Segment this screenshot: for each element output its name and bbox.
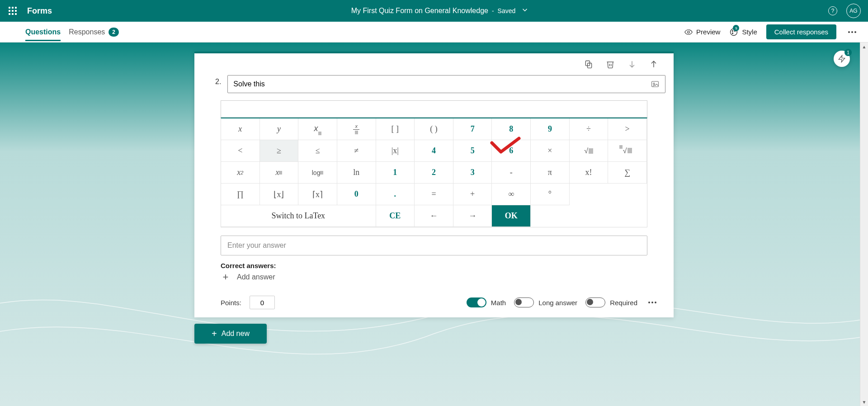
key-7[interactable]: 7 <box>453 118 492 140</box>
chevron-down-icon[interactable] <box>521 6 529 16</box>
key-5[interactable]: 5 <box>453 140 492 162</box>
key-ln[interactable]: ln <box>337 162 376 184</box>
switch-to-latex-button[interactable]: Switch to LaTex <box>221 205 376 227</box>
key-ok[interactable]: OK <box>492 205 531 227</box>
add-new-button[interactable]: + Add new <box>194 324 267 344</box>
preview-button[interactable]: Preview <box>684 28 720 36</box>
key-y[interactable]: y <box>260 118 299 140</box>
key-gte[interactable]: ≥ <box>260 140 299 162</box>
question-more-icon[interactable] <box>646 299 659 306</box>
scrollbar[interactable]: ▲ ▼ <box>860 42 868 406</box>
tab-questions[interactable]: Questions <box>25 24 61 41</box>
equation-display[interactable] <box>221 100 647 118</box>
question-text-input[interactable]: Solve this <box>227 75 665 93</box>
key-dot[interactable]: . <box>376 184 415 205</box>
app-launcher-icon[interactable] <box>5 4 20 18</box>
plus-icon: + <box>212 329 217 339</box>
key-left-arrow[interactable]: ← <box>415 205 453 227</box>
key-0[interactable]: 0 <box>337 184 376 205</box>
key-log[interactable]: log <box>298 162 337 184</box>
key-lte[interactable]: ≤ <box>298 140 337 162</box>
key-plus[interactable]: + <box>453 184 492 205</box>
collect-responses-button[interactable]: Collect responses <box>766 24 836 39</box>
svg-point-2 <box>732 30 733 31</box>
key-x[interactable]: x <box>221 118 260 140</box>
insert-media-icon[interactable] <box>651 80 660 89</box>
key-parens[interactable]: ( ) <box>415 118 453 140</box>
key-pi[interactable]: π <box>531 162 570 184</box>
key-sqrt[interactable]: √ <box>570 140 609 162</box>
math-toggle[interactable] <box>467 297 486 307</box>
key-infinity[interactable]: ∞ <box>492 184 531 205</box>
key-9[interactable]: 9 <box>531 118 570 140</box>
key-1[interactable]: 1 <box>376 162 415 184</box>
svg-point-4 <box>732 33 733 33</box>
math-toggle-label: Math <box>491 299 506 307</box>
tab-responses-wrap[interactable]: Responses 2 <box>69 24 119 41</box>
key-ce[interactable]: CE <box>376 205 415 227</box>
required-toggle-wrap: Required <box>585 297 637 307</box>
key-divide[interactable]: ÷ <box>570 118 609 140</box>
required-toggle[interactable] <box>585 297 605 307</box>
key-power[interactable]: x <box>260 162 299 184</box>
question-number: 2. <box>215 75 221 86</box>
key-abs[interactable]: |x| <box>376 140 415 162</box>
key-square[interactable]: x2 <box>221 162 260 184</box>
move-up-icon[interactable] <box>649 60 658 69</box>
key-2[interactable]: 2 <box>415 162 453 184</box>
points-label: Points: <box>221 299 241 307</box>
key-minus[interactable]: - <box>492 162 531 184</box>
key-multiply[interactable]: × <box>531 140 570 162</box>
question-card: 2. Solve this x y x x [ ] ( ) 7 8 <box>194 52 674 317</box>
key-right-arrow[interactable]: → <box>453 205 492 227</box>
key-brackets[interactable]: [ ] <box>376 118 415 140</box>
answer-input[interactable]: Enter your answer <box>221 236 647 255</box>
key-8[interactable]: 8 <box>492 118 531 140</box>
question-row: 2. Solve this <box>194 71 674 99</box>
delete-icon[interactable] <box>606 60 615 69</box>
scroll-down-icon[interactable]: ▼ <box>860 398 868 406</box>
scroll-up-icon[interactable]: ▲ <box>860 42 868 51</box>
style-badge: s <box>733 25 739 31</box>
key-factorial[interactable]: x! <box>570 162 609 184</box>
key-fraction[interactable]: x <box>337 118 376 140</box>
add-new-label: Add new <box>222 330 250 338</box>
avatar[interactable]: AG <box>846 4 861 18</box>
question-text: Solve this <box>233 80 264 88</box>
key-lt[interactable]: < <box>221 140 260 162</box>
key-subscript[interactable]: x <box>298 118 337 140</box>
key-sum[interactable]: ∑ <box>608 162 647 184</box>
math-keypad: x y x x [ ] ( ) 7 8 9 ÷ > < ≥ ≤ ≠ |x| <box>221 118 647 227</box>
key-6[interactable]: 6 <box>492 140 531 162</box>
tabs: Questions Responses 2 <box>25 24 119 41</box>
style-button[interactable]: s Style <box>729 28 757 37</box>
app-name[interactable]: Forms <box>27 6 52 16</box>
key-neq[interactable]: ≠ <box>337 140 376 162</box>
key-gt[interactable]: > <box>608 118 647 140</box>
move-down-icon[interactable] <box>627 60 637 69</box>
card-wrap: 2. Solve this x y x x [ ] ( ) 7 8 <box>194 42 674 344</box>
key-product[interactable]: ∏ <box>221 184 260 205</box>
key-3[interactable]: 3 <box>453 162 492 184</box>
add-answer-button[interactable]: + Add answer <box>221 272 275 282</box>
long-answer-toggle[interactable] <box>514 297 534 307</box>
key-degree[interactable]: ° <box>531 184 570 205</box>
form-title[interactable]: My First Quiz Form on General Knowledge <box>351 7 488 15</box>
saved-status: Saved <box>498 7 516 14</box>
preview-label: Preview <box>696 28 720 36</box>
key-4[interactable]: 4 <box>415 140 453 162</box>
insights-button[interactable]: 1 <box>834 51 850 67</box>
more-icon[interactable] <box>845 28 859 36</box>
key-equals[interactable]: = <box>415 184 453 205</box>
canvas: ▲ ▼ 1 2. Solve this <box>0 42 868 406</box>
svg-point-11 <box>653 83 655 85</box>
tab-responses: Responses <box>69 24 105 41</box>
header-right: ? AG <box>828 4 864 18</box>
key-ceil[interactable]: ⌈x⌉ <box>298 184 337 205</box>
copy-icon[interactable] <box>584 60 593 69</box>
help-icon[interactable]: ? <box>828 6 837 15</box>
math-toggle-wrap: Math <box>467 297 506 307</box>
key-nroot[interactable]: √ <box>608 140 647 162</box>
key-floor[interactable]: ⌊x⌋ <box>260 184 299 205</box>
points-input[interactable]: 0 <box>250 296 275 309</box>
